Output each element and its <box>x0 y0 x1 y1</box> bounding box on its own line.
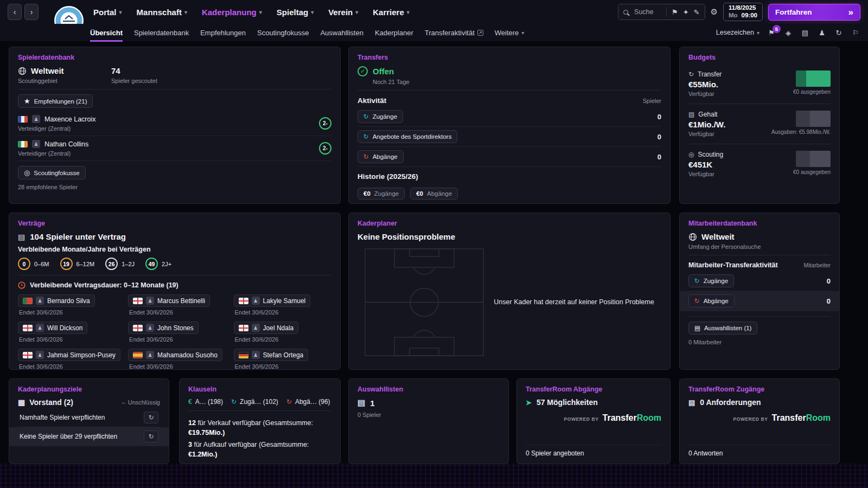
refresh-icon[interactable] <box>834 29 844 37</box>
player-name-pill[interactable]: Will Dickson <box>18 322 87 334</box>
recommended-player-row[interactable]: Nathan Collins Verteidiger (Zentral) 2- <box>18 136 331 161</box>
notes-icon[interactable] <box>694 8 700 16</box>
recommended-player-row[interactable]: Maxence Lacroix Verteidiger (Zentral) 2- <box>18 111 331 136</box>
tab-kaderplaner[interactable]: Kaderplaner <box>375 24 413 42</box>
staff-row-zugaenge[interactable]: Zugänge 0 <box>688 271 831 291</box>
player-name-pill[interactable]: Joel Ndala <box>234 322 299 334</box>
bucket-2j-plus[interactable]: 492J+ <box>145 258 171 270</box>
history-zugaenge-pill[interactable]: €0Zugänge <box>358 188 405 200</box>
forward-button[interactable]: › <box>24 4 39 20</box>
activity-column-header: Spieler <box>643 98 661 104</box>
tab-spielerdatenbank[interactable]: Spielerdatenbank <box>134 24 189 42</box>
player-name-pill[interactable]: Mahamadou Susoho <box>128 349 222 361</box>
player-avatar <box>32 140 40 148</box>
scouting-focuses-button[interactable]: Scoutingfokusse <box>18 166 86 179</box>
abgaenge-pill[interactable]: Abgänge <box>358 150 404 163</box>
recommendations-button[interactable]: Empfehlungen (21) <box>18 94 93 108</box>
staff-abgaenge-pill[interactable]: Abgänge <box>688 294 735 307</box>
tab-transferaktivitaet[interactable]: Transferaktivität <box>425 24 483 42</box>
staff-shortlists-button[interactable]: Auswahllisten (1) <box>688 322 757 335</box>
history-abgaenge-pill[interactable]: €0Abgänge <box>410 188 458 200</box>
divider <box>18 89 331 89</box>
hint-icon[interactable] <box>683 8 689 16</box>
budget-wage[interactable]: Gehalt €1Mio./W. Verfügbar Ausgaben: €5.… <box>688 106 831 142</box>
expiring-contracts-grid: Bernardo Silva Endet 30/6/2026 Marcus Be… <box>18 294 331 370</box>
transfer-activity-row-angebote[interactable]: Angebote des Sportdirektors 0 <box>358 127 661 147</box>
card-title: Kaderplanungsziele <box>18 386 160 393</box>
menu-kaderplanung[interactable]: Kaderplanung <box>202 8 262 17</box>
shortlists-count-row[interactable]: 1 <box>358 398 500 408</box>
date-box[interactable]: 11/8/2025 Mo09:00 <box>723 3 763 21</box>
clauses-all-stat[interactable]: A… (198) <box>188 398 223 406</box>
budget-transfer[interactable]: Transfer €55Mio. Verfügbar €0 ausgegeben <box>688 66 831 101</box>
transferroom-out-headline[interactable]: 57 Möglichkeiten <box>526 398 661 407</box>
player-name-pill[interactable]: Bernardo Silva <box>18 294 95 307</box>
contracts-headline: 104 Spieler unter Vertrag <box>30 232 126 241</box>
flag-icon[interactable] <box>672 8 678 16</box>
clauses-out-stat[interactable]: Abgä… (96) <box>286 398 330 406</box>
player-name-pill[interactable]: John Stones <box>128 322 199 334</box>
headline-label: 57 Möglichkeiten <box>537 398 598 407</box>
tab-empfehlungen[interactable]: Empfehlungen <box>200 24 246 42</box>
row-value: 0 <box>658 153 661 161</box>
transfer-activity-row-abgaenge[interactable]: Abgänge 0 <box>358 147 661 167</box>
menu-portal[interactable]: Portal <box>93 8 122 17</box>
player-name-pill[interactable]: Stefan Ortega <box>234 349 309 361</box>
transfer-window-status[interactable]: Offen <box>358 66 661 76</box>
menu-verein[interactable]: Verein <box>328 8 358 17</box>
tab-uebersicht[interactable]: Übersicht <box>90 24 123 42</box>
goal-row[interactable]: Namhafte Spieler verpflichten <box>18 408 160 427</box>
goal-row[interactable]: Keine Spieler über 29 verpflichten <box>9 427 169 446</box>
scouting-region-row[interactable]: Weltweit Scoutinggebiet 74 Spieler gesco… <box>18 66 331 84</box>
shield-icon[interactable] <box>783 29 793 37</box>
flag-panel-icon[interactable]: 5 <box>767 29 776 37</box>
menu-spieltag[interactable]: Spieltag <box>277 8 314 17</box>
settings-gear-icon[interactable] <box>711 7 718 17</box>
search-input[interactable] <box>633 8 661 16</box>
notification-badge: 5 <box>773 25 781 33</box>
menu-mannschaft[interactable]: Mannschaft <box>137 8 187 17</box>
nation-flag <box>133 325 143 331</box>
contract-player: Lakyle Samuel Endet 30/6/2026 <box>234 294 331 316</box>
menu-karriere[interactable]: Karriere <box>373 8 410 17</box>
budget-note: €0 ausgegeben <box>793 169 831 175</box>
bucket-0-6m[interactable]: 00–6M <box>18 258 49 270</box>
clauses-in-stat[interactable]: Zugä… (102) <box>231 398 278 406</box>
budget-scouting[interactable]: Scouting €451K Verfügbar €0 ausgegeben <box>688 146 831 182</box>
staff-zugaenge-pill[interactable]: Zugänge <box>688 274 734 287</box>
globe-icon <box>18 67 27 75</box>
staff-row-abgaenge[interactable]: Abgänge 0 <box>680 291 839 311</box>
staff-icon[interactable] <box>817 29 827 37</box>
contract-icon <box>18 233 25 241</box>
player-name: Bernardo Silva <box>47 297 90 305</box>
player-name-pill[interactable]: Lakyle Samuel <box>234 294 311 307</box>
bucket-label: 0–6M <box>34 261 49 267</box>
scout-rating-badge: 2- <box>319 142 331 155</box>
player-name-pill[interactable]: Marcus Bettinelli <box>128 294 210 307</box>
contract-end-date: Endet 30/6/2026 <box>235 363 331 370</box>
whistle-icon[interactable] <box>851 29 860 37</box>
recurring-goal-button[interactable] <box>144 412 158 423</box>
budget-label: Transfer <box>698 70 722 78</box>
back-button[interactable]: ‹ <box>8 4 22 20</box>
bookmarks-dropdown[interactable]: Lesezeichen <box>716 29 760 36</box>
row-label: Abgänge <box>704 298 729 304</box>
continue-button[interactable]: Fortfahren <box>768 4 860 21</box>
contract-end-date: Endet 30/6/2026 <box>19 309 120 316</box>
tab-auswahllisten[interactable]: Auswahllisten <box>320 24 363 42</box>
bucket-1-2j[interactable]: 261–2J <box>105 258 135 270</box>
angebote-pill[interactable]: Angebote des Sportdirektors <box>358 130 457 143</box>
card-panel-icon[interactable] <box>800 29 810 37</box>
player-avatar <box>36 351 44 359</box>
tab-label: Transferaktivität <box>425 29 475 37</box>
transferroom-in-headline[interactable]: 0 Anforderungen <box>688 398 831 407</box>
bucket-6-12m[interactable]: 196–12M <box>60 258 95 270</box>
recurring-goal-button[interactable] <box>144 431 158 442</box>
zugaenge-pill[interactable]: Zugänge <box>358 110 403 123</box>
tab-weitere[interactable]: Weitere <box>495 24 525 42</box>
tab-scoutingfokusse[interactable]: Scoutingfokusse <box>257 24 309 42</box>
row-value: 0 <box>827 297 831 305</box>
transfer-activity-row-zugaenge[interactable]: Zugänge 0 <box>358 107 661 127</box>
player-name-pill[interactable]: Jahmai Simpson-Pusey <box>18 349 120 361</box>
board-icon <box>18 398 25 407</box>
